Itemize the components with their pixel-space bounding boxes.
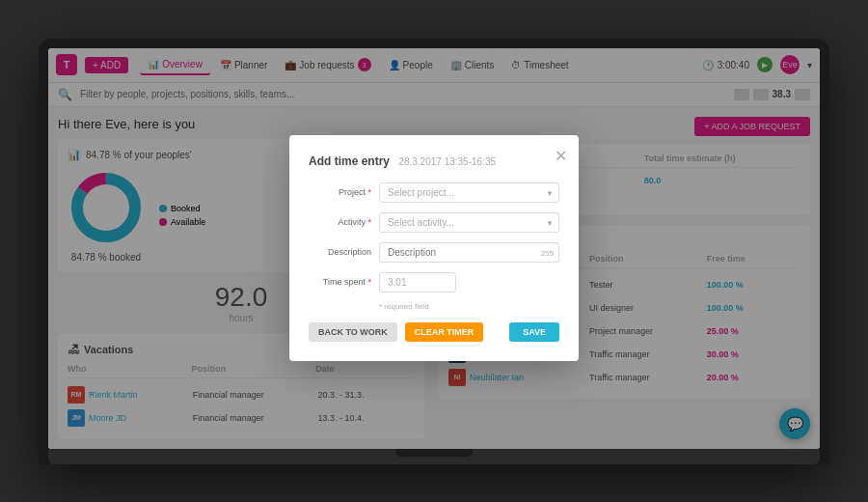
activity-field: Activity * Select activity... ▼ bbox=[309, 212, 559, 233]
description-field: Description 255 bbox=[309, 242, 559, 263]
add-time-entry-modal: Add time entry 28.3.2017 13:35-16:35 ✕ P… bbox=[289, 135, 579, 361]
back-to-work-button[interactable]: BACK TO WORK bbox=[309, 322, 397, 342]
modal-close-button[interactable]: ✕ bbox=[555, 147, 567, 165]
description-label: Description bbox=[309, 242, 371, 257]
time-spent-field: Time spent * bbox=[309, 272, 559, 293]
time-label: Time spent * bbox=[309, 272, 371, 287]
activity-select-wrap: Select activity... ▼ bbox=[379, 212, 559, 233]
description-input[interactable] bbox=[379, 242, 559, 263]
required-note: * required field bbox=[379, 302, 559, 311]
clear-timer-button[interactable]: CLEAR TIMER bbox=[405, 322, 484, 342]
project-field: Project * Select project... ▼ bbox=[309, 182, 559, 203]
time-input-wrap bbox=[379, 272, 559, 293]
modal-title: Add time entry 28.3.2017 13:35-16:35 bbox=[309, 154, 559, 168]
char-count: 255 bbox=[541, 248, 554, 257]
modal-title-text: Add time entry bbox=[309, 154, 390, 168]
modal-subtitle: 28.3.2017 13:35-16:35 bbox=[398, 156, 496, 167]
project-select[interactable]: Select project... bbox=[379, 182, 559, 203]
modal-actions: BACK TO WORK CLEAR TIMER SAVE bbox=[309, 322, 559, 342]
time-input[interactable] bbox=[379, 272, 456, 293]
activity-select[interactable]: Select activity... bbox=[379, 212, 559, 233]
project-label: Project * bbox=[309, 182, 371, 197]
project-select-wrap: Select project... ▼ bbox=[379, 182, 559, 203]
save-button[interactable]: SAVE bbox=[509, 322, 559, 342]
modal-overlay: Add time entry 28.3.2017 13:35-16:35 ✕ P… bbox=[48, 48, 820, 449]
description-input-wrap: 255 bbox=[379, 242, 559, 263]
activity-label: Activity * bbox=[309, 212, 371, 227]
